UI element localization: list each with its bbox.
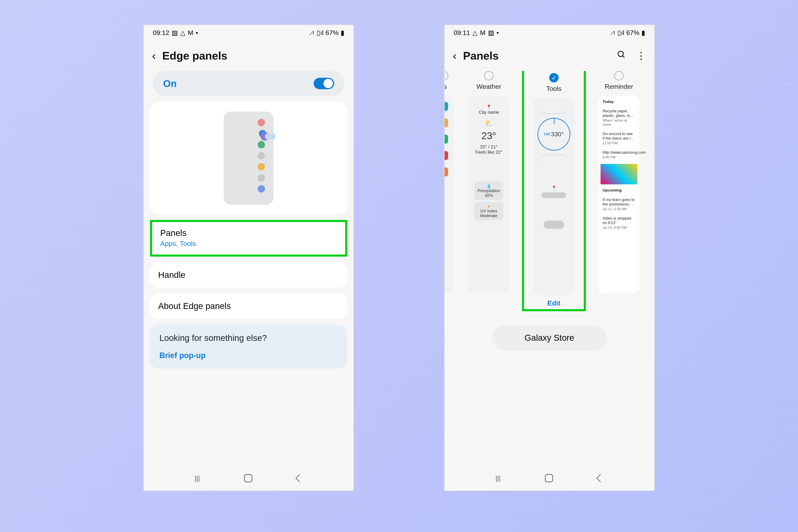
panel-checkbox[interactable] [614, 71, 624, 80]
battery-pct: 67% [626, 29, 640, 37]
home-button[interactable] [244, 474, 252, 482]
drive-icon: △ [473, 29, 478, 37]
app-icon [444, 118, 448, 127]
image-icon: ▨ [488, 29, 494, 37]
edge-panel-preview [150, 102, 347, 214]
panel-label: Tools [546, 85, 562, 93]
precipitation-box: 💧 Precipitation 30% [475, 182, 503, 200]
status-bar: 09:11 △ M ▨ • ⩘ ▯ıl 67% ▮ [444, 25, 654, 40]
more-icon: • [497, 29, 499, 37]
panel-preview-tools: NW 330° 📍 [533, 98, 574, 295]
battery-pct: 67% [325, 29, 339, 37]
home-button[interactable] [545, 474, 553, 482]
search-icon[interactable] [617, 50, 626, 61]
panel-checkbox[interactable] [484, 71, 494, 80]
signal-icon: ▯ıl [317, 29, 323, 37]
image-icon: ▨ [172, 29, 178, 37]
signal-icon: ▯ıl [617, 29, 624, 37]
header: ‹ Edge panels [144, 40, 354, 71]
back-button[interactable] [296, 474, 304, 482]
panel-reminder[interactable]: Reminder Today Recycle paper, plastic, g… [591, 71, 647, 311]
gmail-icon: M [188, 29, 193, 37]
back-icon[interactable]: ‹ [152, 49, 156, 62]
weather-icon: ⛅ [475, 119, 503, 127]
location-icon: 📍 [475, 104, 503, 110]
back-button[interactable] [596, 474, 605, 482]
panel-checkbox-checked[interactable]: ✓ [549, 73, 558, 82]
status-time: 09:11 [454, 29, 470, 37]
panel-label: ks [444, 83, 447, 91]
handle-label: Handle [150, 262, 347, 288]
app-icon [444, 102, 448, 111]
galaxy-store-button[interactable]: Galaxy Store [492, 325, 607, 350]
brief-popup-link[interactable]: Brief pop-up [159, 351, 338, 360]
compass-arc [536, 155, 571, 165]
panel-preview-tasks [444, 96, 454, 293]
placeholder-bar [542, 192, 566, 198]
reminder-row: Video is stopped on 6'12" Jul 15, 8:00 P… [601, 214, 638, 231]
preview-dot [258, 141, 265, 148]
app-icon [444, 167, 448, 176]
reminder-image [601, 164, 638, 184]
header: ‹ Panels ⋮ [444, 40, 654, 71]
reminder-row: http://www.samsung.com 6:00 PM [601, 149, 638, 161]
gmail-icon: M [480, 29, 486, 37]
panels-subtext: Apps, Tools [160, 240, 337, 248]
panel-weather[interactable]: Weather 📍 City name ⛅ 23° 25° / 21° Feel… [461, 71, 517, 311]
panel-label: Reminder [605, 83, 633, 91]
panel-preview-reminder: Today Recycle paper, plastic, glass, m… … [598, 96, 640, 293]
app-icon [444, 151, 448, 160]
svg-point-0 [618, 51, 624, 56]
panel-tools-highlighted: ✓ Tools NW 330° 📍 [522, 71, 586, 311]
handle-item[interactable]: Handle [150, 262, 347, 288]
panels-label: Panels [160, 228, 337, 238]
looking-for-card: Looking for something else? Brief pop-up [150, 324, 347, 368]
reminder-row: Go around to see if the doors are l… 11:… [601, 130, 638, 147]
recents-button[interactable]: ||| [496, 475, 501, 482]
looking-for-text: Looking for something else? [159, 333, 338, 343]
location-icon: 📍 [551, 185, 556, 190]
preview-dot [258, 163, 265, 170]
battery-icon: ▮ [642, 29, 645, 37]
wifi-icon: ⩘ [609, 29, 615, 37]
page-title: Panels [463, 49, 499, 62]
master-toggle-row[interactable]: On [153, 71, 344, 96]
preview-dot [258, 174, 265, 182]
back-icon[interactable]: ‹ [453, 49, 456, 62]
temp-range: 25° / 21° [475, 144, 503, 150]
preview-dot [258, 119, 265, 126]
status-bar: 09:12 ▨ △ M • ⩘ ▯ıl 67% ▮ [144, 25, 354, 40]
reminder-row: Recycle paper, plastic, glass, m… When I… [601, 107, 638, 128]
edit-link[interactable]: Edit [547, 299, 560, 307]
phone-panels-picker: 09:11 △ M ▨ • ⩘ ▯ıl 67% ▮ ‹ Panels ⋮ ks [444, 24, 655, 491]
panel-checkbox[interactable] [444, 71, 448, 80]
feels-like: Feels like 22° [475, 150, 503, 155]
temperature: 23° [475, 130, 503, 141]
more-menu-icon[interactable]: ⋮ [636, 50, 646, 61]
svg-line-1 [623, 56, 625, 57]
placeholder-pill [544, 221, 564, 229]
wifi-icon: ⩘ [308, 29, 315, 37]
panel-label: Weather [477, 83, 501, 91]
drive-icon: △ [180, 29, 185, 37]
city-name: City name [475, 110, 503, 115]
preview-edge-handle [265, 134, 276, 139]
nav-bar: ||| [144, 466, 354, 491]
app-icon [444, 135, 448, 144]
panel-preview-weather: 📍 City name ⛅ 23° 25° / 21° Feels like 2… [468, 96, 509, 293]
about-item[interactable]: About Edge panels [150, 293, 347, 319]
panel-tasks[interactable]: ks [444, 71, 456, 311]
panel-tools[interactable]: ✓ Tools NW 330° 📍 [526, 73, 582, 307]
toggle-switch[interactable] [314, 78, 334, 89]
uv-box: ● UV Index Moderate [475, 202, 503, 220]
nav-bar: ||| [444, 466, 654, 491]
phone-edge-panels: 09:12 ▨ △ M • ⩘ ▯ıl 67% ▮ ‹ Edge panels … [143, 24, 354, 491]
compass: NW 330° [537, 118, 570, 151]
compass-arc [536, 103, 571, 114]
recents-button[interactable]: ||| [195, 475, 200, 482]
panels-item-highlighted[interactable]: Panels Apps, Tools [150, 220, 347, 256]
preview-dot [258, 185, 265, 192]
page-title: Edge panels [162, 49, 227, 62]
panels-carousel[interactable]: ks Weather 📍 City name ⛅ [444, 71, 641, 317]
panel-cutoff-right[interactable] [652, 71, 654, 311]
